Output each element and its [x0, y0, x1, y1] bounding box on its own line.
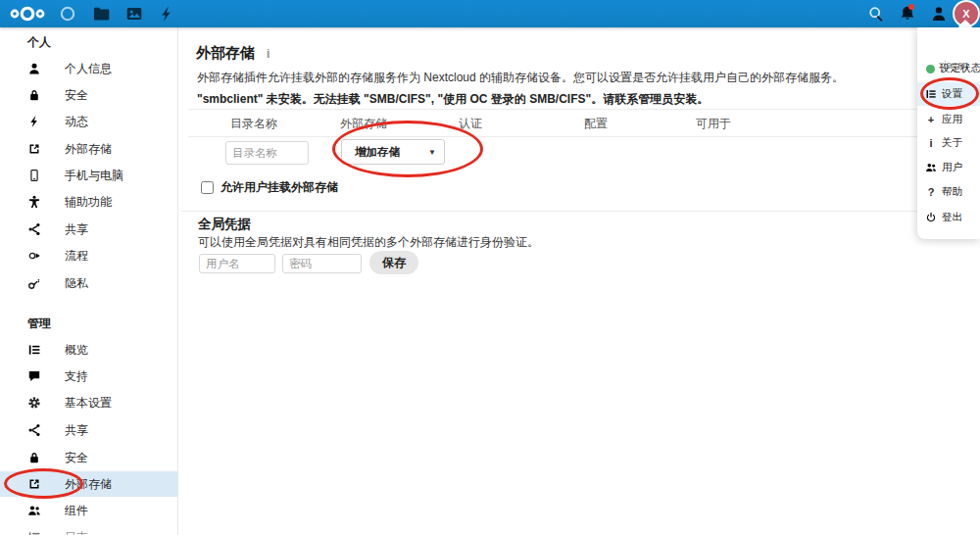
sidebar-item-personal-info[interactable]: 个人信息: [0, 56, 178, 81]
groupware-icon: [27, 504, 41, 517]
sidebar-item-support[interactable]: 支持: [0, 364, 178, 389]
user-dropdown-menu: xiayan 设定状态 设置 +应用 i关于 用户 ?帮助 登出: [917, 27, 980, 239]
overview-list-icon: [27, 343, 41, 357]
menu-item-set-status[interactable]: 设定状态: [917, 57, 980, 80]
save-button[interactable]: 保存: [369, 251, 418, 274]
top-bar: X: [0, 0, 980, 27]
photos-icon[interactable]: [125, 5, 143, 23]
contacts-icon[interactable]: [930, 5, 948, 23]
menu-item-help[interactable]: ?帮助: [917, 180, 980, 204]
flow-icon: [27, 249, 41, 263]
column-header-external-storage: 外部存储: [340, 116, 387, 132]
info-icon[interactable]: i: [267, 47, 270, 61]
notification-badge: [908, 4, 914, 10]
menu-item-settings[interactable]: 设置: [917, 82, 980, 106]
sidebar-item-groupware[interactable]: 组件: [0, 498, 178, 523]
allow-user-mount-label: 允许用户挂载外部存储: [220, 179, 338, 196]
external-storage-settings-panel: 外部存储 i 外部存储插件允许挂载外部的存储服务作为 Nextcloud 的辅助…: [178, 27, 980, 535]
table-header-underline: [188, 136, 967, 137]
folder-name-input[interactable]: [225, 141, 309, 165]
mobile-icon: [27, 169, 41, 182]
sidebar-item-external-storage-personal[interactable]: 外部存储: [0, 136, 178, 162]
sidebar-item-sharing-personal[interactable]: 共享: [0, 217, 178, 242]
status-dot-icon: [926, 65, 935, 73]
files-icon[interactable]: [92, 5, 110, 23]
lock-icon: [27, 88, 41, 102]
sidebar-item-external-storage-admin[interactable]: 外部存储: [0, 471, 178, 497]
sidebar-item-mobile-desktop[interactable]: 手机与电脑: [0, 163, 178, 188]
sidebar-item-accessibility[interactable]: 辅助功能: [0, 189, 178, 215]
column-header-configuration: 配置: [584, 116, 608, 132]
sidebar-item-basic-settings[interactable]: 基本设置: [0, 390, 178, 415]
global-credentials-title: 全局凭据: [198, 216, 251, 233]
power-icon: [925, 212, 937, 223]
info-icon: i: [925, 137, 937, 149]
support-bubble-icon: [27, 369, 41, 383]
activity-icon[interactable]: [158, 5, 175, 23]
column-header-folder-name: 目录名称: [230, 116, 277, 132]
column-header-available-for: 可用于: [696, 116, 731, 132]
menu-item-users[interactable]: 用户: [917, 156, 980, 179]
username-field[interactable]: [199, 254, 275, 273]
global-credentials-description: 可以使用全局凭据对具有相同凭据的多个外部存储进行身份验证。: [198, 234, 539, 251]
sidebar-item-sharing-admin[interactable]: 共享: [0, 417, 178, 443]
key-icon: [27, 276, 41, 290]
chevron-down-icon: ▼: [428, 148, 436, 157]
menu-item-logout[interactable]: 登出: [917, 206, 980, 229]
settings-list-icon: [925, 88, 937, 100]
plus-icon: +: [925, 114, 937, 125]
page-title: 外部存储: [196, 44, 255, 63]
accessibility-icon: [27, 195, 41, 209]
sidebar-section-admin: 管理: [27, 314, 51, 333]
column-header-authentication: 认证: [459, 116, 482, 132]
nextcloud-logo-icon[interactable]: [8, 4, 47, 24]
settings-sidebar: 个人 个人信息 安全 动态 外部存储 手机与电脑 辅助功能 共享 流程 隐私 管…: [0, 27, 178, 535]
external-storage-icon: [27, 477, 41, 491]
section-divider: [181, 211, 975, 212]
sidebar-item-security[interactable]: 安全: [0, 82, 178, 108]
external-storage-icon: [27, 142, 41, 156]
nextcloud-settings-page: X 个人 个人信息 安全 动态 外部存储 手机与电脑 辅助功能 共享 流程 隐私…: [0, 0, 980, 535]
external-storage-description: 外部存储插件允许挂载外部的存储服务作为 Nextcloud 的辅助存储设备。您可…: [197, 70, 844, 86]
help-icon: ?: [925, 186, 937, 198]
sidebar-item-security-admin[interactable]: 安全: [0, 445, 178, 470]
smbclient-warning: "smbclient" 未安装。无法挂载 "SMB/CIFS", "使用 OC …: [197, 91, 709, 108]
users-icon: [925, 162, 937, 173]
sidebar-item-privacy[interactable]: 隐私: [0, 270, 178, 296]
share-icon: [27, 222, 41, 236]
sidebar-item-flow[interactable]: 流程: [0, 243, 178, 268]
allow-user-mount-checkbox[interactable]: [201, 181, 214, 194]
table-top-border: [188, 109, 967, 110]
sidebar-item-activity[interactable]: 动态: [0, 109, 178, 134]
user-icon: [27, 62, 41, 75]
add-storage-select[interactable]: 增加存储 ▼: [341, 139, 445, 165]
share-icon: [27, 423, 41, 437]
avatar-letter: X: [962, 8, 969, 20]
activity-bolt-icon: [27, 115, 41, 128]
menu-item-about[interactable]: i关于: [917, 131, 980, 155]
overview-list-icon: [27, 530, 41, 535]
sidebar-section-personal: 个人: [27, 32, 51, 52]
menu-item-apps[interactable]: +应用: [917, 108, 980, 131]
dashboard-icon[interactable]: [59, 5, 76, 23]
sidebar-item-overview[interactable]: 概览: [0, 337, 178, 363]
sidebar-item-logging[interactable]: 日志: [0, 524, 178, 535]
lock-icon: [27, 451, 41, 464]
password-field[interactable]: [282, 254, 362, 273]
gear-icon: [27, 396, 41, 410]
search-icon[interactable]: [867, 5, 885, 23]
